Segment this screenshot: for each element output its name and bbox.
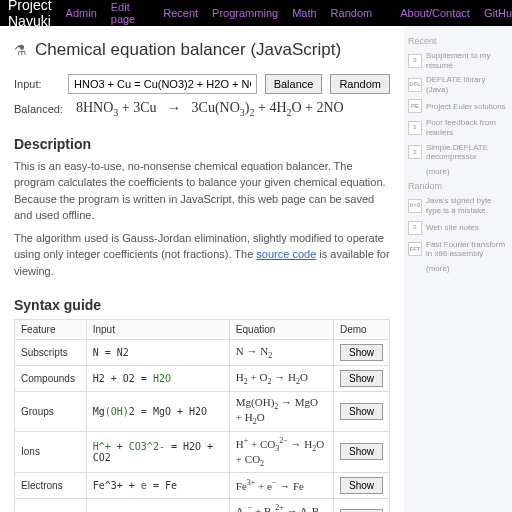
sidebar-more[interactable]: (more) [408,264,508,274]
table-row: SubscriptsN = N2N → N2Show [15,340,390,366]
table-row: GroupsMg(OH)2 = MgO + H2OMg(OH)2 → MgO +… [15,392,390,431]
sidebar-item-icon: ≡ [408,221,422,235]
balanced-output: 8HNO3 + 3Cu → 3Cu(NO3)2 + 4H2O + 2NO [68,100,344,118]
input-label: Input: [14,78,60,90]
description-p1: This is an easy-to-use, no-nonsense chem… [14,158,390,224]
nav-math[interactable]: Math [292,7,316,19]
sidebar-item-label: Poor feedback from readers [426,118,508,137]
nav-about[interactable]: About/Contact [400,7,470,19]
main-content: ⚗Chemical equation balancer (JavaScript)… [0,26,404,512]
sidebar-item[interactable]: ≡Poor feedback from readers [408,118,508,137]
nav-recent[interactable]: Recent [163,7,198,19]
sidebar-item-icon: ≡ [408,145,422,159]
sidebar-recent-heading: Recent [408,36,508,46]
nav-github[interactable]: GitHub [484,7,512,19]
sidebar: Recent ≡Supplement to my résuméDFLDEFLAT… [404,26,512,512]
nav-edit[interactable]: Edit page [111,1,135,25]
sidebar-item[interactable]: DFLDEFLATE library (Java) [408,75,508,94]
sidebar-item-label: Simple DEFLATE decompressor [426,143,508,162]
sidebar-item-icon: PE [408,99,422,113]
syntax-table: Feature Input Equation Demo SubscriptsN … [14,319,390,512]
top-nav: Project Nayuki Admin Edit page Recent Pr… [0,0,512,26]
table-row: ElectronsFe^3+ + e = FeFe3+ + e− → FeSho… [15,472,390,498]
sidebar-random-heading: Random [408,181,508,191]
sidebar-item[interactable]: ≡Simple DEFLATE decompressor [408,143,508,162]
sidebar-item-icon: ≡ [408,54,422,68]
description-heading: Description [14,136,390,152]
sidebar-item[interactable]: PEProject Euler solutions [408,99,508,113]
show-button[interactable]: Show [340,477,383,494]
show-button[interactable]: Show [340,443,383,460]
sidebar-item-label: Supplement to my résumé [426,51,508,70]
sidebar-item[interactable]: ≡Supplement to my résumé [408,51,508,70]
sidebar-item-icon: b>0 [408,199,422,213]
nav-admin[interactable]: Admin [66,7,97,19]
page-title: ⚗Chemical equation balancer (JavaScript) [14,40,390,60]
show-button[interactable]: Show [340,344,383,361]
molecule-icon: ⚗ [14,42,27,58]
equation-input[interactable] [68,74,257,94]
table-row: CompoundsH2 + O2 = H2OH2 + O2 → H2OShow [15,366,390,392]
sidebar-item[interactable]: ≡Web site notes [408,221,508,235]
logo[interactable]: Project Nayuki [8,0,52,29]
syntax-heading: Syntax guide [14,297,390,313]
sidebar-item-label: DEFLATE library (Java) [426,75,508,94]
sidebar-item[interactable]: b>0Java's signed byte type is a mistake [408,196,508,215]
table-row: IonsH^+ + CO3^2- = H2O + CO2H+ + CO32− →… [15,431,390,472]
source-code-link[interactable]: source code [256,248,316,260]
sidebar-item-icon: ≡ [408,121,422,135]
balanced-label: Balanced: [14,103,60,115]
balance-button[interactable]: Balance [265,74,323,94]
description-p2: The algorithm used is Gauss-Jordan elimi… [14,230,390,280]
table-row: No spaceA3^-+B2^2+=A5B+eA3− + B22+ → A5B… [15,498,390,512]
sidebar-item[interactable]: FFTFast Fourier transform in x86 assembl… [408,240,508,259]
sidebar-item-icon: DFL [408,78,422,92]
nav-random[interactable]: Random [331,7,373,19]
sidebar-item-icon: FFT [408,242,422,256]
sidebar-item-label: Project Euler solutions [426,102,506,112]
sidebar-more[interactable]: (more) [408,167,508,177]
sidebar-item-label: Fast Fourier transform in x86 assembly [426,240,508,259]
sidebar-item-label: Web site notes [426,223,479,233]
sidebar-item-label: Java's signed byte type is a mistake [426,196,508,215]
random-button[interactable]: Random [330,74,390,94]
show-button[interactable]: Show [340,403,383,420]
show-button[interactable]: Show [340,370,383,387]
nav-programming[interactable]: Programming [212,7,278,19]
